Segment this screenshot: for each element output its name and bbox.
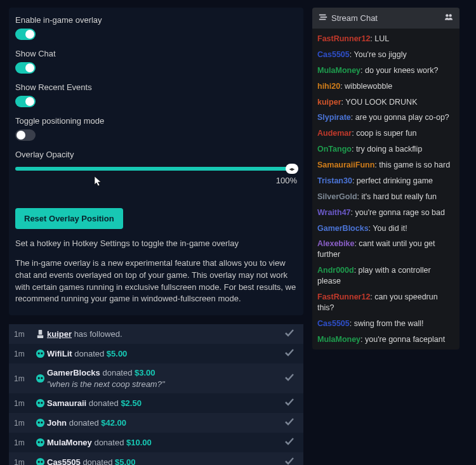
donate-icon [33,457,47,465]
chat-line: Andr000d: play with a controller please [317,263,454,289]
setting-show-events: Show Recent Events [15,82,297,107]
opacity-slider[interactable]: ◂▸ [15,167,297,171]
svg-rect-23 [319,15,326,16]
event-row[interactable]: 1mCas5505 donated $5.00 [9,452,303,465]
chat-panel: Stream Chat FastRunner12: LULCas5505: Yo… [312,8,459,350]
chat-line: Wraith47: you're gonna rage so bad [317,205,454,221]
chat-line: Cas5505: swing from the wall! [317,316,454,332]
check-icon[interactable] [284,372,298,384]
reset-overlay-button[interactable]: Reset Overlay Position [15,208,123,229]
chat-header: Stream Chat [312,8,459,29]
setting-opacity: Overlay Opacity ◂▸ 100% [15,150,297,185]
setting-label: Show Chat [15,49,297,58]
event-body: Samauraii donated $2.50 [47,398,284,409]
svg-rect-19 [41,461,43,463]
chat-title: Stream Chat [331,13,444,23]
event-row[interactable]: 1mJohn donated $42.00 [9,413,303,433]
svg-rect-1 [37,336,43,339]
svg-rect-24 [321,16,327,18]
svg-point-11 [36,419,44,427]
setting-positioning: Toggle positioning mode [15,116,297,141]
toggle-positioning[interactable] [15,129,36,141]
chat-line: MulaMoney: do your knees work? [317,63,454,79]
svg-rect-13 [41,422,43,424]
chat-line: hihi20: wibblewobble [317,79,454,95]
chat-line: kuiper: YOU LOOK DRUNK [317,95,454,110]
event-body: kuiper has followed. [47,329,284,340]
event-time: 1m [14,350,33,358]
event-row[interactable]: 1mSamauraii donated $2.50 [9,393,303,413]
event-body: WifiLit donated $5.00 [47,348,284,360]
event-body: Cas5505 donated $5.00 [47,457,284,465]
svg-point-14 [36,438,44,447]
event-body: GamerBlocks donated $3.00"when is the ne… [47,367,284,390]
check-icon[interactable] [284,328,298,340]
check-icon[interactable] [284,417,298,429]
chat-line: MulaMoney: you're gonna faceplant [317,332,454,348]
svg-point-27 [449,14,451,16]
users-icon[interactable] [444,13,453,23]
svg-rect-15 [37,442,39,443]
chat-line: GamerBlocks: You did it! [317,221,454,237]
setting-label: Overlay Opacity [15,150,297,159]
chat-icon [319,13,327,23]
toggle-show-events[interactable] [15,96,36,107]
chat-line: Slypirate: are you gonna play co-op? [317,110,454,126]
svg-rect-6 [37,377,39,379]
chat-body: FastRunner12: LULCas5505: You're so jigg… [312,29,459,350]
donate-icon [33,438,47,447]
svg-rect-18 [37,461,39,463]
svg-point-8 [36,399,44,407]
setting-show-chat: Show Chat [15,49,297,74]
donate-icon [33,418,47,428]
chat-line: Cas5505: You're so jiggly [317,47,454,63]
svg-rect-3 [37,353,39,355]
setting-label: Toggle positioning mode [15,116,297,126]
svg-point-2 [36,350,44,358]
svg-point-17 [36,458,44,465]
svg-rect-7 [41,377,43,379]
event-body: John donated $42.00 [47,417,284,429]
chat-line: SamauraiiFunn: this game is so hard [317,157,454,173]
hotkey-hint: Set a hotkey in Hotkey Settings to toggl… [15,238,297,250]
toggle-enable-overlay[interactable] [15,29,36,40]
svg-point-26 [446,14,448,16]
event-body: MulaMoney donated $10.00 [47,437,284,449]
event-time: 1m [14,374,33,383]
events-panel: 1mkuiper has followed.1mWifiLit donated … [9,324,303,465]
check-icon[interactable] [284,348,298,360]
toggle-show-chat[interactable] [15,62,36,74]
settings-panel: Enable in-game overlay Show Chat Show Re… [9,8,303,315]
check-icon[interactable] [284,456,298,465]
setting-enable-overlay: Enable in-game overlay [15,15,297,40]
check-icon[interactable] [284,397,298,409]
event-row[interactable]: 1mGamerBlocks donated $3.00"when is the … [9,363,303,393]
check-icon[interactable] [284,436,298,449]
svg-rect-0 [38,330,42,335]
svg-rect-9 [37,402,39,404]
overlay-description: The in-game overlay is a new experimenta… [15,258,297,305]
setting-label: Enable in-game overlay [15,15,297,25]
event-row[interactable]: 1mkuiper has followed. [9,324,303,344]
event-time: 1m [14,330,33,339]
chat-line: FastRunner12: can you speedrun this? [317,289,454,316]
svg-rect-16 [41,442,43,443]
event-time: 1m [14,399,33,408]
event-time: 1m [14,419,33,428]
svg-rect-4 [41,353,43,355]
event-row[interactable]: 1mWifiLit donated $5.00 [9,344,303,363]
chat-line: OnTango: try doing a backflip [317,141,454,157]
chat-line: Audemar: coop is super fun [317,126,454,141]
donate-icon [33,374,47,383]
chat-line: Tristan30: perfect drinking game [317,173,454,189]
svg-rect-12 [37,422,39,424]
slider-thumb-icon[interactable]: ◂▸ [286,164,298,174]
chat-line: Alexebike: cant wait until you get furth… [317,236,454,263]
donate-icon [33,398,47,408]
donate-icon [33,349,47,358]
svg-rect-10 [41,402,43,404]
svg-point-5 [36,374,44,383]
chat-line: SilverGold: it's hard but really fun [317,189,454,205]
svg-rect-25 [319,19,326,20]
event-row[interactable]: 1mMulaMoney donated $10.00 [9,433,303,452]
